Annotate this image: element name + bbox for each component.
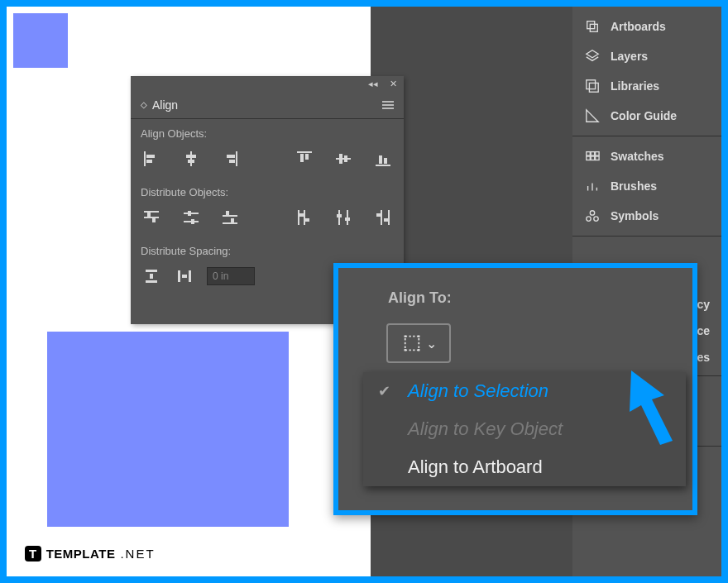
svg-rect-47 (223, 222, 237, 224)
watermark-brand: TEMPLATE (46, 547, 116, 561)
panel-brushes[interactable]: Brushes (572, 171, 721, 201)
panel-tab-align[interactable]: ◇Align (141, 98, 178, 112)
panel-label: Layers (611, 50, 648, 63)
distribute-vcenter-icon[interactable] (180, 207, 202, 228)
large-blue-square[interactable] (47, 332, 289, 527)
panel-label: Artboards (611, 20, 666, 33)
watermark-suffix: .NET (120, 547, 155, 561)
svg-rect-52 (299, 213, 304, 217)
panel-label: Symbols (611, 209, 659, 222)
menu-item-label: Align to Artboard (408, 456, 543, 478)
menu-align-to-key-object: Align to Key Object (363, 410, 686, 448)
color-guide-icon (584, 108, 601, 124)
collapse-icon[interactable]: ◂◂ (368, 79, 378, 89)
svg-rect-62 (146, 270, 157, 272)
check-icon: ✔ (378, 382, 396, 400)
svg-rect-51 (304, 210, 305, 225)
svg-rect-41 (152, 218, 156, 222)
svg-rect-8 (591, 156, 595, 160)
vertical-spacing-icon[interactable] (141, 265, 162, 287)
svg-rect-0 (587, 22, 595, 29)
align-hcenter-icon[interactable] (180, 148, 202, 170)
swatches-icon (584, 148, 601, 165)
svg-rect-20 (144, 151, 146, 166)
svg-rect-31 (305, 154, 309, 160)
watermark-logo: T (25, 546, 41, 561)
close-icon[interactable]: ✕ (390, 79, 397, 89)
svg-rect-69 (404, 336, 405, 337)
menu-align-to-selection[interactable]: ✔ Align to Selection (363, 372, 686, 410)
panel-label: Swatches (611, 150, 664, 163)
align-left-icon[interactable] (141, 148, 162, 170)
svg-rect-27 (227, 155, 235, 158)
panel-label: Libraries (611, 79, 659, 93)
svg-rect-9 (596, 156, 600, 160)
svg-rect-7 (587, 156, 591, 160)
svg-rect-58 (381, 210, 382, 225)
watermark: T TEMPLATE.NET (25, 546, 156, 561)
distribute-top-icon[interactable] (141, 207, 162, 228)
svg-rect-23 (190, 151, 192, 166)
svg-rect-34 (344, 155, 347, 162)
panel-label: Brushes (611, 179, 657, 193)
svg-rect-33 (339, 154, 342, 164)
symbols-icon (584, 208, 601, 224)
svg-rect-29 (297, 151, 312, 153)
svg-rect-5 (591, 152, 595, 156)
panel-menu-icon[interactable] (382, 101, 394, 109)
svg-rect-30 (300, 154, 304, 162)
svg-rect-71 (404, 349, 405, 351)
svg-rect-50 (298, 210, 299, 225)
tab-label: Align (152, 98, 178, 112)
svg-rect-37 (384, 158, 387, 164)
svg-rect-39 (144, 217, 159, 218)
brushes-icon (584, 178, 601, 194)
canvas-area: Artboards Layers Libraries Color Guide S… (7, 7, 721, 576)
svg-rect-26 (236, 151, 237, 166)
svg-rect-65 (178, 270, 180, 282)
svg-rect-49 (231, 218, 234, 222)
panel-layers[interactable]: Layers (572, 41, 721, 71)
spacing-value-input[interactable] (207, 267, 255, 285)
distribute-spacing-label: Distribute Spacing: (131, 237, 404, 262)
horizontal-spacing-icon[interactable] (174, 265, 195, 287)
svg-rect-64 (150, 274, 153, 279)
panel-label: cy (697, 298, 710, 311)
panel-symbols[interactable]: Symbols (572, 201, 721, 231)
align-right-icon[interactable] (219, 148, 241, 170)
svg-rect-21 (146, 155, 155, 158)
small-blue-square[interactable] (13, 13, 68, 68)
svg-rect-6 (596, 152, 600, 156)
align-to-popup-highlight: Align To: ⌄ ✔ Align to Selection Align t… (333, 263, 697, 515)
panel-artboards[interactable]: Artboards (572, 12, 721, 41)
svg-rect-48 (226, 211, 229, 215)
svg-point-11 (587, 217, 591, 221)
svg-rect-22 (146, 160, 152, 163)
svg-rect-44 (188, 211, 191, 216)
svg-rect-60 (376, 213, 381, 217)
svg-rect-72 (418, 349, 419, 351)
svg-rect-46 (223, 215, 237, 217)
libraries-icon (584, 78, 601, 94)
svg-rect-3 (589, 83, 598, 92)
align-top-icon[interactable] (294, 148, 315, 170)
panel-libraries[interactable]: Libraries (572, 71, 721, 101)
svg-rect-35 (376, 165, 390, 166)
align-bottom-icon[interactable] (372, 148, 394, 170)
distribute-left-icon[interactable] (294, 207, 315, 228)
distribute-bottom-icon[interactable] (219, 207, 241, 228)
svg-rect-61 (384, 218, 388, 222)
align-to-label: Align To: (338, 268, 692, 307)
svg-rect-40 (147, 213, 151, 217)
align-to-dropdown-button[interactable]: ⌄ (386, 323, 451, 363)
svg-rect-56 (337, 214, 342, 217)
distribute-hcenter-icon[interactable] (333, 207, 355, 228)
panel-color-guide[interactable]: Color Guide (572, 101, 721, 131)
menu-align-to-artboard[interactable]: Align to Artboard (363, 448, 686, 486)
svg-rect-25 (188, 160, 194, 163)
panel-label: ce (697, 324, 710, 337)
panel-swatches[interactable]: Swatches (572, 141, 721, 171)
distribute-right-icon[interactable] (372, 207, 394, 228)
align-vcenter-icon[interactable] (333, 148, 355, 170)
svg-rect-38 (144, 211, 159, 213)
